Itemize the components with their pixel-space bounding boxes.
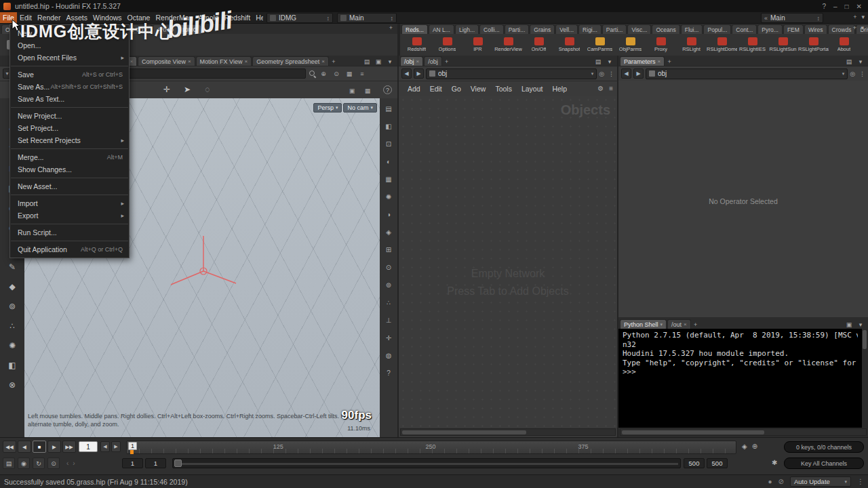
material-icon[interactable]: ◈ xyxy=(382,224,395,239)
pane-panel-icon[interactable]: ▤ xyxy=(594,57,602,66)
prev-frame-button[interactable]: ◀ xyxy=(100,441,110,452)
network-hscrollbar[interactable] xyxy=(400,428,616,436)
new-pane-tab-button[interactable]: + xyxy=(692,320,700,329)
update-mode-selector[interactable]: Auto Update ▾ xyxy=(790,476,851,487)
display-options-icon[interactable]: ▤ xyxy=(382,101,395,116)
shelf-tab[interactable]: Parti... xyxy=(505,24,530,34)
paint-tool-icon[interactable]: ✎ xyxy=(3,258,21,275)
add-shelf-tab-button[interactable]: + xyxy=(851,24,859,31)
menubar-item[interactable]: Windows xyxy=(90,12,125,23)
shelf-tab[interactable]: Rigi... xyxy=(578,24,601,34)
stop-button[interactable]: ■ xyxy=(33,441,46,453)
menubar-item[interactable]: RenderMan xyxy=(153,12,195,23)
forward-icon[interactable]: ▶ xyxy=(414,68,424,79)
playback-start-field[interactable]: 1 xyxy=(145,458,166,468)
scrollbar-handle[interactable] xyxy=(863,330,867,349)
playback-end-field[interactable]: 500 xyxy=(684,458,705,468)
key-all-channels-button[interactable]: Key All Channels xyxy=(784,458,864,469)
playback-options-icon[interactable]: ▤ xyxy=(3,458,15,469)
snap-options-icon[interactable]: ⊙ xyxy=(332,69,340,78)
pane-menu-icon[interactable]: ▾ xyxy=(856,57,865,66)
window-help-button[interactable]: ? xyxy=(822,3,826,10)
file-menu-item[interactable]: Quit Application Alt+Q or Ctrl+Q ▸ xyxy=(10,243,129,256)
shelf-tool[interactable]: RSLightSun xyxy=(768,35,798,55)
shelf-tab[interactable]: Grains xyxy=(530,24,555,34)
sculpt-tool-icon[interactable]: ◆ xyxy=(3,278,21,295)
file-menu-item[interactable]: New Asset... ▸ xyxy=(10,180,129,192)
menubar-item[interactable]: Assets xyxy=(63,12,90,23)
shelf-tab[interactable]: Oceans xyxy=(652,24,679,34)
file-menu-item[interactable]: Set Recent Projects ▸ xyxy=(10,134,129,146)
shelf-tool[interactable]: RSLightPortal xyxy=(798,35,829,55)
tool-menu-icon[interactable]: ≡ xyxy=(358,69,366,78)
network-menu-item[interactable]: Layout xyxy=(517,85,548,93)
autokey-icon[interactable]: ◈ xyxy=(742,443,747,450)
search-icon[interactable] xyxy=(309,70,317,78)
wrench-icon[interactable]: ⚙ xyxy=(597,85,604,92)
shelf-tool[interactable]: ObjParms xyxy=(615,35,646,55)
shelf-tool[interactable]: About xyxy=(829,35,859,55)
menubar-item[interactable]: Arnold xyxy=(195,12,221,23)
wireframe-icon[interactable]: ▦ xyxy=(382,171,395,186)
back-icon[interactable]: ◀ xyxy=(621,68,631,79)
playhead[interactable]: 1 xyxy=(128,442,142,454)
close-tab-icon[interactable]: × xyxy=(130,58,133,64)
path-menu-icon[interactable]: ⋮ xyxy=(859,70,865,77)
shelf-tab[interactable]: Ligh... xyxy=(455,24,479,34)
shelf-tab[interactable]: IDMG xyxy=(178,24,201,34)
select-tool-icon[interactable]: ➤ xyxy=(183,85,191,94)
pane-panel-icon[interactable]: ▤ xyxy=(363,57,371,66)
scatter-tool-icon[interactable]: ∴ xyxy=(3,317,21,334)
realtime-icon[interactable]: ⊙ xyxy=(47,458,60,469)
file-menu-item[interactable]: Import ▸ xyxy=(10,197,129,209)
single-view-icon[interactable]: ▣ xyxy=(348,86,356,95)
file-menu-item[interactable]: Run Script... ▸ xyxy=(10,226,129,239)
python-shell-output[interactable]: Python 2.7.15 (default, Apr 8 2019, 15:3… xyxy=(618,329,862,428)
shelf-tool[interactable]: RSLight xyxy=(676,35,707,55)
file-menu-item[interactable]: New... ▸ xyxy=(10,27,129,39)
shelf-tab[interactable]: Cont... xyxy=(732,24,757,34)
network-path-field[interactable]: obj ▾ xyxy=(426,68,597,79)
pane-tab[interactable]: Composite View × xyxy=(138,56,195,66)
file-menu-item[interactable]: Open Recent Files ▸ xyxy=(10,52,129,64)
network-menu-item[interactable]: Add xyxy=(403,85,425,93)
shelf-tab[interactable]: Flui... xyxy=(681,24,703,34)
shelf-tab[interactable]: Vell... xyxy=(555,24,578,34)
network-menu-item[interactable]: Tools xyxy=(490,85,517,93)
shelf-tab-menu-icon[interactable]: ▾ xyxy=(859,24,866,31)
camera-view-icon[interactable]: ◧ xyxy=(382,119,395,134)
maximize-button[interactable]: □ xyxy=(845,3,849,10)
file-menu-item[interactable]: Merge... Alt+M ▸ xyxy=(10,151,129,163)
keyframe-add-icon[interactable]: ⊕ xyxy=(752,443,757,450)
pane-tab[interactable]: Geometry Spreadsheet × xyxy=(252,56,329,66)
minimize-button[interactable]: – xyxy=(833,3,837,10)
pin-icon[interactable]: ◎ xyxy=(599,70,604,77)
jump-start-button[interactable]: ◀◀ xyxy=(3,441,16,453)
pane-tab[interactable]: Motion FX View × xyxy=(196,56,252,66)
step-back-button[interactable]: ◀ xyxy=(18,441,31,453)
range-end-field[interactable]: 500 xyxy=(707,458,728,468)
back-icon[interactable]: ◀ xyxy=(401,68,412,79)
shelf-tool[interactable]: RSLightIES xyxy=(737,35,768,55)
shelf-tab[interactable]: Colli... xyxy=(479,24,504,34)
quad-view-icon[interactable]: ▦ xyxy=(363,86,372,95)
range-start-field[interactable]: 1 xyxy=(122,458,143,468)
new-pane-tab-button[interactable]: + xyxy=(330,57,338,66)
shelf-tool[interactable]: Options xyxy=(432,35,462,55)
shelf-tab[interactable]: Visc... xyxy=(627,24,651,34)
next-frame-button[interactable]: ▶ xyxy=(111,441,121,452)
file-menu-item[interactable]: Set Project... ▸ xyxy=(10,122,129,134)
close-tab-icon[interactable]: × xyxy=(321,58,325,64)
grid-toggle-icon[interactable]: ⊞ xyxy=(382,242,395,257)
close-tab-icon[interactable]: × xyxy=(244,58,248,64)
info-display-icon[interactable]: ◍ xyxy=(382,348,395,363)
handles-display-icon[interactable]: ✛ xyxy=(382,330,395,345)
locate-icon[interactable]: ⊕ xyxy=(319,69,328,78)
range-slider-handle[interactable] xyxy=(174,460,182,467)
shelf-tool[interactable]: Proxy xyxy=(646,35,676,55)
parameters-path-field[interactable]: obj ▾ xyxy=(646,68,848,79)
shelf-tool[interactable]: RenderView xyxy=(493,35,524,55)
shelf-menu-icon[interactable]: ▾ xyxy=(861,14,865,20)
desktop-selector[interactable]: IDMG ↕ xyxy=(267,13,333,23)
close-button[interactable]: ✕ xyxy=(856,3,862,10)
